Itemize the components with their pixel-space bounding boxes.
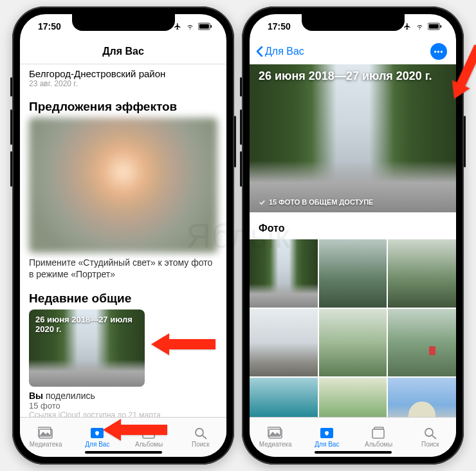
tab-label: Альбомы xyxy=(365,441,392,448)
svg-marker-22 xyxy=(151,333,215,355)
chevron-left-icon xyxy=(256,46,263,57)
notch xyxy=(72,14,175,31)
recent-heading: Недавние общие xyxy=(29,291,217,306)
svg-rect-1 xyxy=(199,24,209,29)
tab-library[interactable]: Медиатека xyxy=(20,418,71,457)
content-scroll[interactable]: Белгород-Днестровский район 23 авг. 2020… xyxy=(20,64,226,417)
effects-photo[interactable] xyxy=(29,118,217,253)
svg-line-10 xyxy=(203,436,206,439)
home-indicator[interactable] xyxy=(85,451,162,454)
shared-count: 15 фото xyxy=(29,401,217,411)
hero-image[interactable]: 26 июня 2018—27 июля 2020 г. 15 ФОТО В О… xyxy=(250,64,456,212)
annotation-arrow xyxy=(151,328,215,360)
phone-left: 17:50 Для Вас Белгород-Днестровский райо… xyxy=(12,6,234,465)
effects-heading: Предложения эффектов xyxy=(29,100,217,114)
status-time: 17:50 xyxy=(268,21,291,32)
svg-marker-5 xyxy=(40,432,51,436)
svg-rect-12 xyxy=(429,24,439,29)
airplane-icon xyxy=(173,23,182,30)
status-icons xyxy=(403,23,442,30)
status-icons xyxy=(173,23,212,30)
location-date: 23 авг. 2020 г. xyxy=(29,79,217,88)
albums-icon xyxy=(371,427,387,439)
svg-rect-18 xyxy=(372,429,384,438)
recent-card-title: 26 июня 2018—27 июля 2020 г. xyxy=(35,315,138,334)
recent-shared-card[interactable]: 26 июня 2018—27 июля 2020 г. xyxy=(29,309,145,387)
shared-meta: Вы поделились xyxy=(29,391,217,401)
annotation-arrow xyxy=(103,414,167,446)
hero-badge-text: 15 ФОТО В ОБЩЕМ ДОСТУПЕ xyxy=(269,198,373,206)
svg-rect-3 xyxy=(39,429,52,438)
shared-you: Вы xyxy=(29,391,43,401)
photo-thumb[interactable] xyxy=(319,309,387,377)
back-button[interactable]: Для Вас xyxy=(256,46,304,57)
svg-marker-16 xyxy=(270,432,280,436)
back-label: Для Вас xyxy=(265,46,304,57)
hero-title: 26 июня 2018—27 июля 2020 г. xyxy=(259,69,447,83)
search-icon xyxy=(193,427,208,439)
svg-rect-19 xyxy=(374,427,383,429)
ellipsis-icon: ••• xyxy=(434,48,444,55)
status-time: 17:50 xyxy=(38,21,61,32)
svg-rect-13 xyxy=(440,25,441,28)
check-icon xyxy=(259,199,266,206)
airplane-icon xyxy=(403,23,412,30)
library-icon xyxy=(268,427,283,439)
photo-thumb[interactable] xyxy=(319,239,387,308)
for-you-icon xyxy=(319,427,334,439)
photo-thumb[interactable] xyxy=(388,239,456,308)
svg-point-9 xyxy=(196,429,203,436)
shared-rest: поделились xyxy=(43,391,95,401)
tab-library[interactable]: Медиатека xyxy=(250,418,301,457)
photo-thumb[interactable] xyxy=(388,309,456,377)
hero-shared-badge: 15 ФОТО В ОБЩЕМ ДОСТУПЕ xyxy=(259,198,373,206)
nav-bar: Для Вас xyxy=(20,39,226,64)
location-title: Белгород-Днестровский район xyxy=(29,68,217,79)
search-icon xyxy=(423,427,438,439)
tab-label: Для Вас xyxy=(315,441,339,448)
wifi-icon xyxy=(185,23,195,30)
wifi-icon xyxy=(415,23,425,30)
notch xyxy=(302,14,405,31)
content-scroll[interactable]: 26 июня 2018—27 июля 2020 г. 15 ФОТО В О… xyxy=(250,64,456,417)
page-title: Для Вас xyxy=(102,46,144,57)
svg-rect-14 xyxy=(269,429,282,438)
photo-thumb[interactable] xyxy=(250,309,318,377)
svg-point-20 xyxy=(425,429,433,436)
photo-thumb[interactable] xyxy=(250,239,318,308)
tab-label: Поиск xyxy=(192,441,210,448)
svg-line-21 xyxy=(432,436,436,439)
nav-bar: Для Вас ••• xyxy=(250,39,456,64)
effects-caption: Примените «Студийный свет» к этому фото … xyxy=(29,257,217,280)
tab-label: Медиатека xyxy=(30,441,62,448)
home-indicator[interactable] xyxy=(315,451,392,454)
svg-marker-23 xyxy=(103,419,167,441)
phone-right: 17:50 Для Вас ••• 26 июня 2018—27 июля 2… xyxy=(242,6,464,465)
photo-thumb[interactable] xyxy=(319,378,387,417)
tab-label: Медиатека xyxy=(259,441,292,448)
tab-label: Поиск xyxy=(421,441,439,448)
more-button[interactable]: ••• xyxy=(430,43,447,60)
tab-search[interactable]: Поиск xyxy=(175,418,226,457)
tab-search[interactable]: Поиск xyxy=(405,418,456,457)
photo-thumb[interactable] xyxy=(388,378,456,417)
photo-grid xyxy=(250,239,456,417)
photo-thumb[interactable] xyxy=(250,378,318,417)
photos-heading: Фото xyxy=(259,223,447,234)
svg-rect-2 xyxy=(210,25,212,28)
battery-icon xyxy=(198,23,212,30)
battery-icon xyxy=(428,23,442,30)
library-icon xyxy=(38,427,53,439)
